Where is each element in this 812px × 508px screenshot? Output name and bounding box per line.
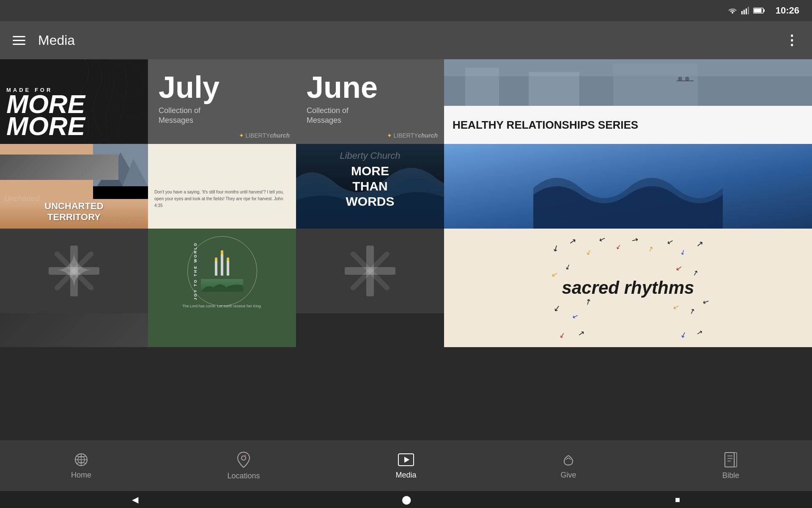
asterisk-svg-left <box>49 246 99 296</box>
cross-shape-right <box>345 246 395 296</box>
svg-text:↙: ↙ <box>550 242 561 254</box>
liberty-text-june: LIBERTYchurch <box>393 132 438 139</box>
status-time: 10:26 <box>776 5 799 16</box>
july-title: July <box>159 72 285 102</box>
svg-rect-6 <box>754 9 761 13</box>
card-june[interactable]: June Collection ofMessages ✦ LIBERTYchur… <box>296 59 444 144</box>
card-bottom-left[interactable] <box>0 313 148 347</box>
healthy-text-area: HEALTHY RELATIONSHIPS SERIES <box>444 106 812 144</box>
svg-point-60 <box>241 456 246 460</box>
july-subtitle: Collection ofMessages <box>159 106 285 126</box>
svg-text:↙: ↙ <box>571 312 580 321</box>
joy-inner-content <box>201 250 243 292</box>
nav-locations[interactable]: Locations <box>218 451 269 480</box>
svg-rect-50 <box>465 68 499 106</box>
card-asterisk-right[interactable] <box>296 229 444 313</box>
svg-text:↗: ↗ <box>696 239 704 248</box>
cross-shape-left <box>49 246 99 296</box>
watermark: territory <box>101 212 144 226</box>
bible-icon <box>724 452 738 468</box>
svg-point-55 <box>685 77 689 81</box>
svg-marker-63 <box>404 457 409 463</box>
back-button[interactable]: ◀ <box>132 494 138 505</box>
card-uncharted[interactable]: UNCHARTEDTERRITORY territory Uncharted <box>0 144 148 229</box>
svg-point-61 <box>244 455 246 456</box>
joy-subtitle: The Lord has come. Let earth receive her… <box>148 304 296 309</box>
svg-text:↗: ↗ <box>688 306 697 316</box>
bottom-left-content <box>0 313 148 347</box>
nav-bible[interactable]: Bible <box>705 452 756 480</box>
give-label: Give <box>560 471 576 480</box>
card-more-than-words[interactable]: Liberty Church MORE THAN WORDS <box>296 144 444 229</box>
home-icon <box>73 452 90 467</box>
status-icons: 10:26 <box>728 5 799 16</box>
svg-text:↗: ↗ <box>630 235 640 245</box>
svg-text:↙: ↙ <box>701 296 710 306</box>
star-icon-june: ✦ <box>387 132 392 139</box>
joy-circle-container: JOY TO THE WORLD <box>187 236 257 306</box>
svg-text:↙: ↙ <box>551 270 559 279</box>
menu-button[interactable] <box>13 36 25 45</box>
svg-text:↙: ↙ <box>675 263 683 273</box>
nav-home[interactable]: Home <box>56 452 107 480</box>
svg-text:↙: ↙ <box>585 248 593 257</box>
card-july[interactable]: July Collection ofMessages ✦ LIBERTYchur… <box>148 59 296 144</box>
joy-candles <box>215 250 229 276</box>
svg-text:↗: ↗ <box>691 268 699 278</box>
svg-rect-0 <box>741 11 743 14</box>
good-news-image <box>444 144 812 229</box>
nav-give[interactable]: Give <box>543 452 594 480</box>
svg-text:↗: ↗ <box>568 236 577 246</box>
card-bottom-right[interactable] <box>296 313 444 347</box>
svg-point-8 <box>108 70 148 116</box>
svg-text:↙: ↙ <box>558 331 566 340</box>
hills-shape <box>201 279 243 292</box>
eyes-left-content: Don't you have a saying, 'It's still fou… <box>154 189 290 213</box>
hills-svg <box>201 279 243 292</box>
svg-rect-3 <box>748 7 749 14</box>
card-healthy-relationships[interactable]: HEALTHY RELATIONSHIPS SERIES <box>444 59 812 144</box>
home-button[interactable]: ⬤ <box>402 494 411 505</box>
svg-text:↙: ↙ <box>598 234 607 244</box>
svg-text:↗: ↗ <box>647 244 655 254</box>
status-bar: 10:26 <box>0 0 812 21</box>
healthy-title: HEALTHY RELATIONSHIPS SERIES <box>453 119 638 131</box>
svg-text:↙: ↙ <box>666 237 675 247</box>
eyes-left: Don't you have a saying, 'It's still fou… <box>148 144 296 229</box>
top-bar: Media ⋮ <box>0 21 812 59</box>
more-than-words-title: MORE THAN WORDS <box>333 163 407 209</box>
ocean-bg <box>444 144 812 229</box>
recents-button[interactable]: ■ <box>675 495 680 505</box>
candle-body-1 <box>215 261 217 276</box>
hiker-photo <box>0 155 118 180</box>
uncharted-watermark2: Uncharted <box>0 194 148 203</box>
card-bottom-mid[interactable] <box>148 313 296 347</box>
sacred-rhythms-title: sacred rhythms <box>562 278 694 298</box>
bible-label: Bible <box>722 471 739 480</box>
candle-body-3 <box>227 261 229 276</box>
flame-3 <box>227 257 229 261</box>
svg-rect-51 <box>529 72 579 106</box>
june-branding: ✦ LIBERTYchurch <box>387 132 438 139</box>
card-sacred-rhythms[interactable]: ↙ ↗ ↙ ↙ ↙ ↗ ↗ ↙ ↙ ↗ ↙ ↙ ↙ ↗ ↙ ↙ ↗ ↙ ↗ ↙ … <box>444 229 812 347</box>
card-asterisk-left[interactable]: ✦ <box>0 229 148 313</box>
svg-text:↗: ↗ <box>696 328 703 337</box>
more-options-button[interactable]: ⋮ <box>785 32 799 48</box>
candle-1 <box>215 257 217 276</box>
flame-1 <box>215 257 217 261</box>
card-joy-world[interactable]: JOY TO THE WORLD The Lord has come. Let … <box>148 229 296 313</box>
candle-2 <box>221 250 223 276</box>
svg-text:↙: ↙ <box>553 303 562 313</box>
app-title: Media <box>38 33 75 48</box>
nav-media[interactable]: Media <box>381 452 431 480</box>
locations-icon <box>236 451 251 468</box>
card-made-for-more[interactable]: MADE FOR MORE MORE <box>0 59 148 144</box>
joy-vertical-text: JOY TO THE WORLD <box>193 242 197 300</box>
home-label: Home <box>71 471 91 480</box>
signal-icon <box>741 7 749 14</box>
liberty-script: Liberty Church <box>340 150 400 161</box>
made-for-more-text: MADE FOR MORE MORE <box>6 87 85 138</box>
media-icon <box>398 452 414 467</box>
svg-rect-5 <box>763 9 765 12</box>
star-icon: ✦ <box>239 132 244 139</box>
